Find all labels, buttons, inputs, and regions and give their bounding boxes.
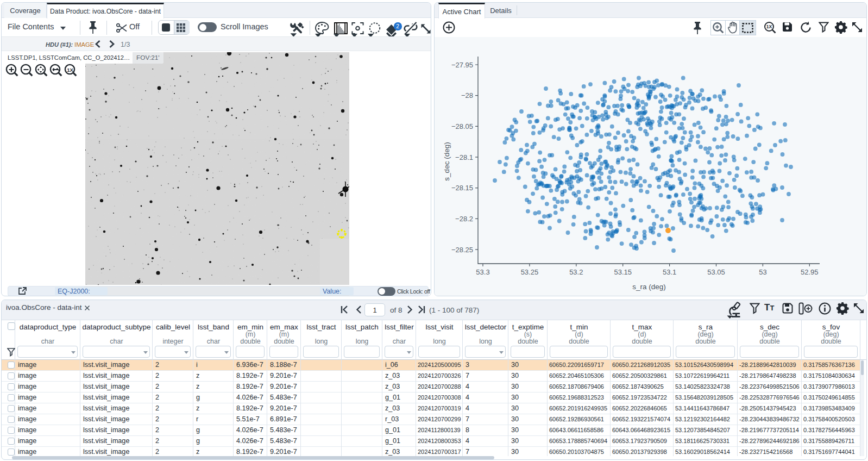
svg-text:−28.2: −28.2 [455,215,473,223]
svg-text:53: 53 [759,268,766,276]
svg-text:53.05: 53.05 [707,268,725,276]
svg-text:53.2: 53.2 [569,268,583,276]
svg-text:53.1: 53.1 [663,268,676,276]
svg-text:−27.95: −27.95 [451,61,473,69]
svg-text:s_ra (deg): s_ra (deg) [632,283,666,291]
svg-text:53.3: 53.3 [476,268,489,276]
svg-text:1X: 1X [67,67,73,73]
svg-text:−28.1: −28.1 [455,153,473,161]
svg-text:−28: −28 [461,91,473,99]
svg-text:52.95: 52.95 [801,268,819,276]
svg-text:s_dec (deg): s_dec (deg) [443,142,451,180]
svg-text:−28.25: −28.25 [451,246,473,254]
svg-text:53.15: 53.15 [614,268,632,276]
svg-text:−28.05: −28.05 [451,122,473,130]
svg-text:−28.15: −28.15 [451,184,473,192]
svg-text:53.25: 53.25 [521,268,539,276]
